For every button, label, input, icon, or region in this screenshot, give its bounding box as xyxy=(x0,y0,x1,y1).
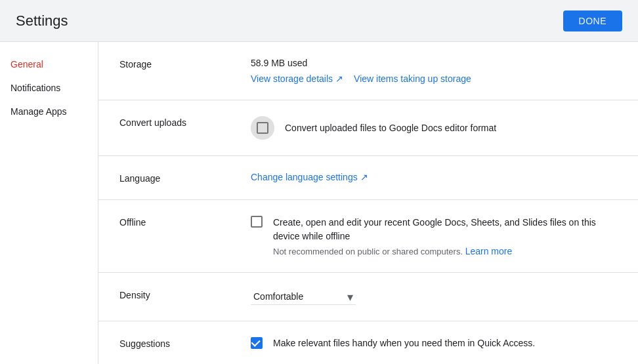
learn-more-link[interactable]: Learn more xyxy=(465,246,513,256)
settings-main: Storage 58.9 MB used View storage detail… xyxy=(98,42,638,364)
density-wrapper: Comfortable Cozy Compact ▾ xyxy=(251,289,356,305)
main-layout: General Notifications Manage Apps Storag… xyxy=(0,42,638,364)
suggestions-content: Make relevant files handy when you need … xyxy=(251,337,617,349)
convert-uploads-checkbox-circle[interactable] xyxy=(251,116,274,140)
offline-row: Offline Create, open and edit your recen… xyxy=(98,200,638,273)
language-external-icon: ↗ xyxy=(360,172,368,182)
sidebar-item-manage-apps[interactable]: Manage Apps xyxy=(0,100,98,123)
sidebar-item-general[interactable]: General xyxy=(0,52,98,76)
language-content: Change language settings ↗ xyxy=(251,172,617,182)
convert-uploads-label: Convert uploads xyxy=(119,116,251,128)
convert-uploads-content: Convert uploaded files to Google Docs ed… xyxy=(251,116,617,140)
change-language-link[interactable]: Change language settings ↗ xyxy=(251,172,617,182)
suggestions-checkbox-label: Make relevant files handy when you need … xyxy=(273,338,535,348)
storage-links: View storage details ↗ View items taking… xyxy=(251,73,617,84)
convert-uploads-row: Convert uploads Convert uploaded files t… xyxy=(98,100,638,156)
offline-inner: Create, open and edit your recent Google… xyxy=(251,216,617,256)
page-title: Settings xyxy=(16,12,68,30)
density-content: Comfortable Cozy Compact ▾ xyxy=(251,289,617,305)
convert-uploads-checkbox-label: Convert uploaded files to Google Docs ed… xyxy=(285,123,496,133)
offline-description: Create, open and edit your recent Google… xyxy=(273,216,617,243)
sidebar: General Notifications Manage Apps xyxy=(0,42,98,364)
storage-content: 58.9 MB used View storage details ↗ View… xyxy=(251,58,617,84)
suggestions-label: Suggestions xyxy=(119,337,251,349)
density-row: Density Comfortable Cozy Compact ▾ xyxy=(98,273,638,321)
top-bar: Settings DONE xyxy=(0,0,638,42)
storage-used-text: 58.9 MB used xyxy=(251,58,617,68)
language-label: Language xyxy=(119,172,251,184)
convert-uploads-checkbox-row: Convert uploaded files to Google Docs ed… xyxy=(251,116,617,140)
view-storage-details-link[interactable]: View storage details ↗ xyxy=(251,73,343,84)
storage-row: Storage 58.9 MB used View storage detail… xyxy=(98,42,638,100)
external-link-icon: ↗ xyxy=(335,73,343,84)
convert-uploads-checkbox[interactable] xyxy=(257,122,268,134)
density-select[interactable]: Comfortable Cozy Compact xyxy=(251,289,356,305)
storage-label: Storage xyxy=(119,58,251,70)
suggestions-checkbox[interactable] xyxy=(251,337,263,349)
offline-note: Not recommended on public or shared comp… xyxy=(273,246,617,256)
suggestions-row: Suggestions Make relevant files handy wh… xyxy=(98,321,638,364)
suggestions-inner: Make relevant files handy when you need … xyxy=(251,337,617,349)
view-items-taking-storage-link[interactable]: View items taking up storage xyxy=(354,73,471,84)
offline-checkbox[interactable] xyxy=(251,216,263,228)
language-row: Language Change language settings ↗ xyxy=(98,156,638,200)
offline-text-block: Create, open and edit your recent Google… xyxy=(273,216,617,256)
offline-content: Create, open and edit your recent Google… xyxy=(251,216,617,256)
sidebar-item-notifications[interactable]: Notifications xyxy=(0,76,98,100)
density-label: Density xyxy=(119,289,251,300)
offline-label: Offline xyxy=(119,216,251,228)
done-button[interactable]: DONE xyxy=(563,10,622,31)
